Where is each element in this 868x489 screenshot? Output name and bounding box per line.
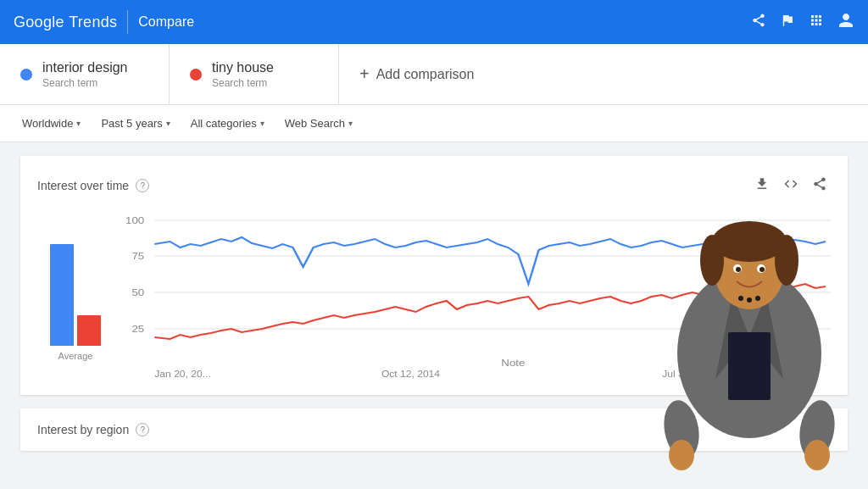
- interest-over-time-card: Interest over time ?: [20, 156, 848, 395]
- svg-text:100: 100: [125, 215, 144, 226]
- add-plus-icon: +: [359, 64, 370, 84]
- term2-name: tiny house: [212, 60, 274, 75]
- user-icon[interactable]: [837, 12, 854, 33]
- filter-time[interactable]: Past 5 years ▾: [92, 112, 178, 135]
- apps-icon[interactable]: [809, 13, 824, 32]
- chart-area: Average 100 75 50 25: [37, 212, 831, 381]
- bar-red: [77, 315, 101, 346]
- average-bar-chart: Average: [37, 212, 114, 381]
- add-comparison-label: Add comparison: [376, 67, 475, 82]
- filter-categories[interactable]: All categories ▾: [182, 112, 273, 135]
- google-trends-logo: Google Trends: [14, 14, 117, 31]
- term1-dot: [20, 69, 32, 81]
- svg-text:Note: Note: [501, 358, 525, 369]
- svg-text:Jul 3, 2016: Jul 3, 2016: [662, 370, 712, 379]
- logo-text: Google Trends: [14, 14, 117, 31]
- download-chart-button[interactable]: [751, 173, 773, 198]
- svg-text:25: 25: [131, 324, 144, 335]
- svg-text:75: 75: [131, 251, 144, 262]
- region-help-icon[interactable]: ?: [136, 423, 149, 436]
- term1-name: interior design: [42, 60, 128, 75]
- chart-title: Interest over time: [37, 179, 129, 192]
- filter-search-type[interactable]: Web Search ▾: [276, 112, 361, 135]
- term1-info: interior design Search term: [42, 60, 128, 89]
- svg-text:Oct 12, 2014: Oct 12, 2014: [381, 370, 440, 379]
- app-header: Google Trends Compare: [0, 0, 868, 44]
- filter-bar: Worldwide ▾ Past 5 years ▾ All categorie…: [0, 105, 868, 142]
- filter-worldwide[interactable]: Worldwide ▾: [14, 112, 89, 135]
- bar-blue: [50, 244, 74, 346]
- svg-text:50: 50: [131, 287, 144, 298]
- categories-chevron: ▾: [260, 119, 264, 128]
- share-icon[interactable]: [751, 13, 766, 32]
- term2-info: tiny house Search term: [212, 60, 274, 89]
- chart-header: Interest over time ?: [37, 173, 831, 198]
- filter-categories-label: All categories: [191, 117, 257, 130]
- search-type-chevron: ▾: [348, 119, 353, 128]
- filter-search-type-label: Web Search: [285, 117, 345, 130]
- line-chart: 100 75 50 25 Note Jan 20, 20... Oct 12, …: [114, 212, 831, 381]
- worldwide-chevron: ▾: [76, 119, 81, 128]
- term1-type: Search term: [42, 77, 128, 89]
- main-content: Interest over time ?: [0, 142, 868, 464]
- filter-worldwide-label: Worldwide: [22, 117, 73, 130]
- compare-label: Compare: [138, 14, 194, 30]
- term2-type: Search term: [212, 77, 274, 89]
- chart-title-row: Interest over time ?: [37, 179, 149, 192]
- average-label: Average: [58, 351, 93, 361]
- interest-by-region-card: Interest by region ?: [20, 408, 848, 451]
- term2-dot: [190, 69, 202, 81]
- share-chart-button[interactable]: [809, 173, 831, 198]
- svg-text:Jan 20, 20...: Jan 20, 20...: [154, 370, 210, 379]
- embed-chart-button[interactable]: [780, 173, 802, 198]
- region-title: Interest by region: [37, 423, 129, 436]
- search-terms-bar: interior design Search term tiny house S…: [0, 44, 868, 105]
- time-chevron: ▾: [166, 119, 170, 128]
- search-term-1[interactable]: interior design Search term: [0, 44, 170, 104]
- search-term-2[interactable]: tiny house Search term: [170, 44, 339, 104]
- filter-time-label: Past 5 years: [101, 117, 162, 130]
- chart-actions: [751, 173, 831, 198]
- header-icons: [751, 12, 854, 33]
- bar-group: [50, 236, 101, 346]
- header-divider: [127, 10, 128, 34]
- flag-icon[interactable]: [780, 13, 795, 32]
- add-comparison-button[interactable]: + Add comparison: [339, 44, 509, 104]
- chart-help-icon[interactable]: ?: [136, 179, 149, 192]
- chart-svg: 100 75 50 25 Note Jan 20, 20... Oct 12, …: [114, 212, 831, 381]
